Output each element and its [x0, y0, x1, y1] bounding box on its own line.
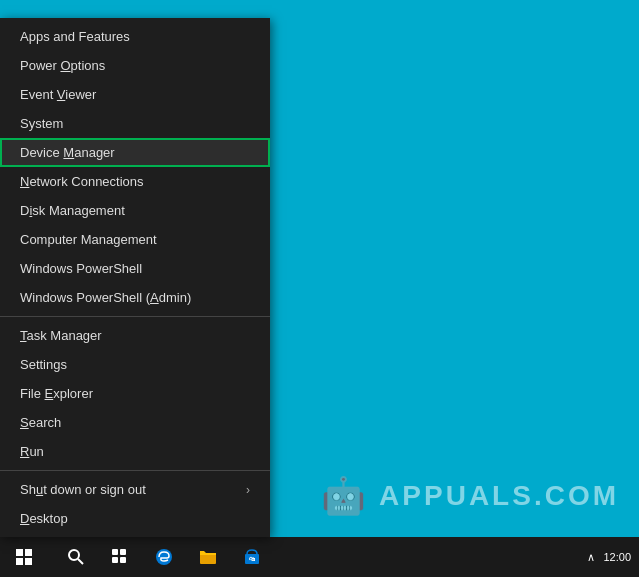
svg-point-4	[69, 550, 79, 560]
menu-item-label: Apps and Features	[20, 29, 130, 44]
menu-item-label: Device Manager	[20, 145, 115, 160]
svg-rect-3	[25, 558, 32, 565]
svg-rect-2	[16, 558, 23, 565]
svg-rect-6	[112, 549, 118, 555]
menu-item-shut-down-sign-out[interactable]: Shut down or sign out›	[0, 475, 270, 504]
menu-item-label: Windows PowerShell	[20, 261, 142, 276]
menu-item-windows-powershell-admin[interactable]: Windows PowerShell (Admin)	[0, 283, 270, 312]
menu-item-label: Settings	[20, 357, 67, 372]
menu-item-desktop[interactable]: Desktop	[0, 504, 270, 533]
taskbar-fileexplorer-icon[interactable]	[188, 537, 228, 577]
menu-item-settings[interactable]: Settings	[0, 350, 270, 379]
svg-rect-0	[16, 549, 23, 556]
menu-item-label: Computer Management	[20, 232, 157, 247]
menu-item-label: File Explorer	[20, 386, 93, 401]
menu-item-task-manager[interactable]: Task Manager	[0, 321, 270, 350]
menu-separator	[0, 316, 270, 317]
watermark-text: APPUALS.COM	[379, 480, 619, 512]
menu-item-event-viewer[interactable]: Event Viewer	[0, 80, 270, 109]
svg-text:🛍: 🛍	[249, 556, 255, 562]
menu-item-power-options[interactable]: Power Options	[0, 51, 270, 80]
system-tray: ∧	[587, 551, 595, 564]
menu-item-run[interactable]: Run	[0, 437, 270, 466]
menu-item-label: Task Manager	[20, 328, 102, 343]
taskbar: 🛍 ∧ 12:00	[0, 537, 639, 577]
menu-item-label: Shut down or sign out	[20, 482, 146, 497]
taskbar-edge-icon[interactable]	[144, 537, 184, 577]
menu-item-label: Network Connections	[20, 174, 144, 189]
taskbar-icons: 🛍	[48, 537, 272, 577]
taskbar-right: ∧ 12:00	[587, 551, 639, 564]
submenu-arrow-icon: ›	[246, 483, 250, 497]
menu-item-label: Event Viewer	[20, 87, 96, 102]
taskbar-time: 12:00	[603, 551, 631, 563]
menu-item-label: System	[20, 116, 63, 131]
context-menu: Apps and FeaturesPower OptionsEvent View…	[0, 18, 270, 537]
menu-item-system[interactable]: System	[0, 109, 270, 138]
menu-item-apps-features[interactable]: Apps and Features	[0, 22, 270, 51]
menu-item-computer-management[interactable]: Computer Management	[0, 225, 270, 254]
menu-item-search[interactable]: Search	[0, 408, 270, 437]
menu-item-label: Disk Management	[20, 203, 125, 218]
menu-item-file-explorer[interactable]: File Explorer	[0, 379, 270, 408]
menu-item-label: Desktop	[20, 511, 68, 526]
menu-item-network-connections[interactable]: Network Connections	[0, 167, 270, 196]
taskbar-taskview-icon[interactable]	[100, 537, 140, 577]
watermark: 🤖 APPUALS.COM	[321, 475, 619, 517]
svg-line-5	[78, 559, 83, 564]
menu-item-label: Search	[20, 415, 61, 430]
menu-item-windows-powershell[interactable]: Windows PowerShell	[0, 254, 270, 283]
menu-item-label: Power Options	[20, 58, 105, 73]
svg-rect-1	[25, 549, 32, 556]
taskbar-store-icon[interactable]: 🛍	[232, 537, 272, 577]
svg-rect-8	[112, 557, 118, 563]
svg-rect-9	[120, 557, 126, 563]
taskbar-search-icon[interactable]	[56, 537, 96, 577]
menu-separator	[0, 470, 270, 471]
start-button[interactable]	[0, 537, 48, 577]
menu-item-device-manager[interactable]: Device Manager	[0, 138, 270, 167]
menu-item-label: Windows PowerShell (Admin)	[20, 290, 191, 305]
svg-rect-7	[120, 549, 126, 555]
menu-item-label: Run	[20, 444, 44, 459]
menu-item-disk-management[interactable]: Disk Management	[0, 196, 270, 225]
